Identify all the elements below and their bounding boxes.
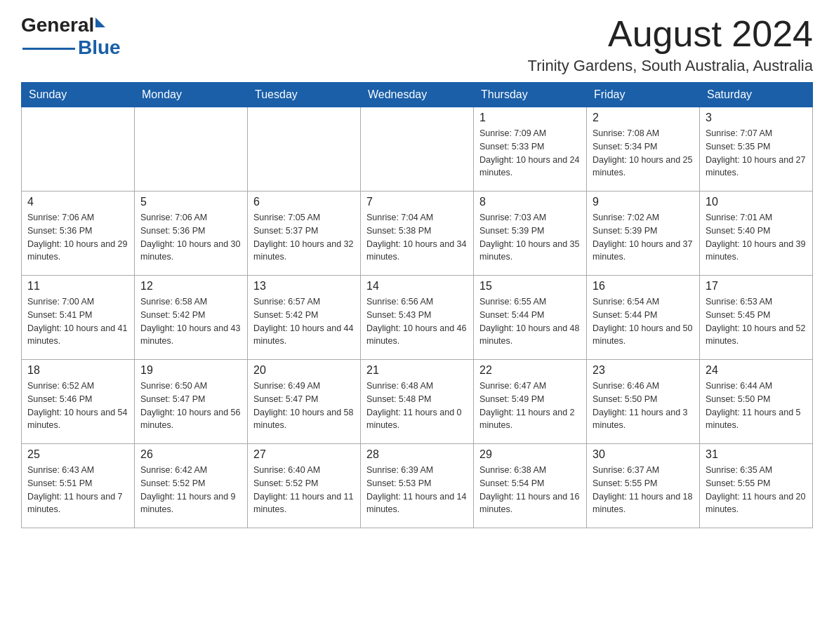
day-number: 12 bbox=[140, 280, 241, 293]
calendar-week-row: 18Sunrise: 6:52 AMSunset: 5:46 PMDayligh… bbox=[22, 360, 813, 444]
calendar-cell: 15Sunrise: 6:55 AMSunset: 5:44 PMDayligh… bbox=[474, 276, 587, 360]
day-info: Sunrise: 6:58 AMSunset: 5:42 PMDaylight:… bbox=[140, 295, 241, 348]
weekday-header-row: SundayMondayTuesdayWednesdayThursdayFrid… bbox=[22, 83, 813, 107]
logo: General Blue bbox=[21, 14, 121, 59]
day-number: 4 bbox=[27, 196, 128, 208]
calendar-cell: 5Sunrise: 7:06 AMSunset: 5:36 PMDaylight… bbox=[135, 192, 248, 276]
day-number: 24 bbox=[706, 364, 807, 377]
day-number: 15 bbox=[479, 280, 581, 293]
calendar-cell: 16Sunrise: 6:54 AMSunset: 5:44 PMDayligh… bbox=[587, 276, 700, 360]
day-info: Sunrise: 6:53 AMSunset: 5:45 PMDaylight:… bbox=[706, 295, 807, 348]
calendar-week-row: 25Sunrise: 6:43 AMSunset: 5:51 PMDayligh… bbox=[22, 444, 813, 528]
calendar-cell: 11Sunrise: 7:00 AMSunset: 5:41 PMDayligh… bbox=[22, 276, 135, 360]
day-number: 8 bbox=[479, 196, 581, 208]
calendar-cell: 2Sunrise: 7:08 AMSunset: 5:34 PMDaylight… bbox=[587, 107, 700, 192]
calendar-cell: 7Sunrise: 7:04 AMSunset: 5:38 PMDaylight… bbox=[361, 192, 474, 276]
day-info: Sunrise: 6:39 AMSunset: 5:53 PMDaylight:… bbox=[366, 464, 468, 516]
day-info: Sunrise: 6:56 AMSunset: 5:43 PMDaylight:… bbox=[366, 295, 468, 348]
day-info: Sunrise: 6:52 AMSunset: 5:46 PMDaylight:… bbox=[27, 380, 128, 432]
calendar-cell: 17Sunrise: 6:53 AMSunset: 5:45 PMDayligh… bbox=[700, 276, 813, 360]
calendar-cell: 30Sunrise: 6:37 AMSunset: 5:55 PMDayligh… bbox=[587, 444, 700, 528]
day-info: Sunrise: 7:08 AMSunset: 5:34 PMDaylight:… bbox=[593, 127, 694, 180]
logo-general: General bbox=[21, 14, 94, 36]
page-header: General Blue August 2024 Trinity Gardens… bbox=[21, 14, 813, 75]
calendar-cell: 4Sunrise: 7:06 AMSunset: 5:36 PMDaylight… bbox=[22, 192, 135, 276]
calendar-week-row: 1Sunrise: 7:09 AMSunset: 5:33 PMDaylight… bbox=[22, 107, 813, 192]
day-info: Sunrise: 6:46 AMSunset: 5:50 PMDaylight:… bbox=[593, 380, 694, 432]
day-info: Sunrise: 6:50 AMSunset: 5:47 PMDaylight:… bbox=[140, 380, 241, 432]
logo-triangle-icon bbox=[95, 18, 105, 27]
month-year-title: August 2024 bbox=[528, 14, 813, 54]
day-number: 21 bbox=[366, 364, 468, 377]
day-number: 3 bbox=[706, 112, 807, 124]
day-info: Sunrise: 6:37 AMSunset: 5:55 PMDaylight:… bbox=[593, 464, 694, 516]
day-number: 27 bbox=[253, 448, 355, 461]
day-info: Sunrise: 7:00 AMSunset: 5:41 PMDaylight:… bbox=[27, 295, 128, 348]
day-info: Sunrise: 7:06 AMSunset: 5:36 PMDaylight:… bbox=[140, 211, 241, 264]
calendar-cell: 21Sunrise: 6:48 AMSunset: 5:48 PMDayligh… bbox=[361, 360, 474, 444]
calendar-cell: 28Sunrise: 6:39 AMSunset: 5:53 PMDayligh… bbox=[361, 444, 474, 528]
day-info: Sunrise: 6:40 AMSunset: 5:52 PMDaylight:… bbox=[253, 464, 355, 516]
calendar-cell: 29Sunrise: 6:38 AMSunset: 5:54 PMDayligh… bbox=[474, 444, 587, 528]
day-info: Sunrise: 6:57 AMSunset: 5:42 PMDaylight:… bbox=[253, 295, 355, 348]
day-number: 25 bbox=[27, 448, 128, 461]
calendar-cell bbox=[22, 107, 135, 192]
title-section: August 2024 Trinity Gardens, South Austr… bbox=[528, 14, 813, 75]
day-number: 14 bbox=[366, 280, 468, 293]
weekday-header-saturday: Saturday bbox=[700, 83, 813, 107]
calendar-week-row: 4Sunrise: 7:06 AMSunset: 5:36 PMDaylight… bbox=[22, 192, 813, 276]
day-number: 31 bbox=[706, 448, 807, 461]
day-number: 11 bbox=[27, 280, 128, 293]
calendar-cell bbox=[135, 107, 248, 192]
calendar-cell: 19Sunrise: 6:50 AMSunset: 5:47 PMDayligh… bbox=[135, 360, 248, 444]
day-number: 20 bbox=[253, 364, 355, 377]
calendar-cell: 26Sunrise: 6:42 AMSunset: 5:52 PMDayligh… bbox=[135, 444, 248, 528]
day-number: 9 bbox=[593, 196, 694, 208]
weekday-header-thursday: Thursday bbox=[474, 83, 587, 107]
day-number: 29 bbox=[479, 448, 581, 461]
weekday-header-monday: Monday bbox=[135, 83, 248, 107]
day-info: Sunrise: 7:07 AMSunset: 5:35 PMDaylight:… bbox=[706, 127, 807, 180]
calendar-cell: 31Sunrise: 6:35 AMSunset: 5:55 PMDayligh… bbox=[700, 444, 813, 528]
day-info: Sunrise: 6:38 AMSunset: 5:54 PMDaylight:… bbox=[479, 464, 581, 516]
weekday-header-sunday: Sunday bbox=[22, 83, 135, 107]
calendar-cell: 25Sunrise: 6:43 AMSunset: 5:51 PMDayligh… bbox=[22, 444, 135, 528]
calendar-cell: 18Sunrise: 6:52 AMSunset: 5:46 PMDayligh… bbox=[22, 360, 135, 444]
day-info: Sunrise: 6:44 AMSunset: 5:50 PMDaylight:… bbox=[706, 380, 807, 432]
weekday-header-wednesday: Wednesday bbox=[361, 83, 474, 107]
calendar-cell: 8Sunrise: 7:03 AMSunset: 5:39 PMDaylight… bbox=[474, 192, 587, 276]
calendar-cell: 14Sunrise: 6:56 AMSunset: 5:43 PMDayligh… bbox=[361, 276, 474, 360]
day-info: Sunrise: 7:06 AMSunset: 5:36 PMDaylight:… bbox=[27, 211, 128, 264]
calendar-cell: 27Sunrise: 6:40 AMSunset: 5:52 PMDayligh… bbox=[248, 444, 361, 528]
calendar-cell: 20Sunrise: 6:49 AMSunset: 5:47 PMDayligh… bbox=[248, 360, 361, 444]
calendar-week-row: 11Sunrise: 7:00 AMSunset: 5:41 PMDayligh… bbox=[22, 276, 813, 360]
calendar-cell: 13Sunrise: 6:57 AMSunset: 5:42 PMDayligh… bbox=[248, 276, 361, 360]
day-info: Sunrise: 6:54 AMSunset: 5:44 PMDaylight:… bbox=[593, 295, 694, 348]
weekday-header-friday: Friday bbox=[587, 83, 700, 107]
day-number: 17 bbox=[706, 280, 807, 293]
day-info: Sunrise: 7:02 AMSunset: 5:39 PMDaylight:… bbox=[593, 211, 694, 264]
day-info: Sunrise: 6:47 AMSunset: 5:49 PMDaylight:… bbox=[479, 380, 581, 432]
day-info: Sunrise: 6:48 AMSunset: 5:48 PMDaylight:… bbox=[366, 380, 468, 432]
calendar-cell: 10Sunrise: 7:01 AMSunset: 5:40 PMDayligh… bbox=[700, 192, 813, 276]
day-info: Sunrise: 7:04 AMSunset: 5:38 PMDaylight:… bbox=[366, 211, 468, 264]
calendar-cell: 23Sunrise: 6:46 AMSunset: 5:50 PMDayligh… bbox=[587, 360, 700, 444]
day-info: Sunrise: 6:43 AMSunset: 5:51 PMDaylight:… bbox=[27, 464, 128, 516]
day-number: 16 bbox=[593, 280, 694, 293]
day-number: 26 bbox=[140, 448, 241, 461]
day-info: Sunrise: 6:42 AMSunset: 5:52 PMDaylight:… bbox=[140, 464, 241, 516]
calendar-cell: 24Sunrise: 6:44 AMSunset: 5:50 PMDayligh… bbox=[700, 360, 813, 444]
day-number: 2 bbox=[593, 112, 694, 124]
calendar-cell: 9Sunrise: 7:02 AMSunset: 5:39 PMDaylight… bbox=[587, 192, 700, 276]
day-number: 7 bbox=[366, 196, 468, 208]
calendar-cell: 12Sunrise: 6:58 AMSunset: 5:42 PMDayligh… bbox=[135, 276, 248, 360]
calendar-cell: 1Sunrise: 7:09 AMSunset: 5:33 PMDaylight… bbox=[474, 107, 587, 192]
day-info: Sunrise: 6:35 AMSunset: 5:55 PMDaylight:… bbox=[706, 464, 807, 516]
day-number: 18 bbox=[27, 364, 128, 377]
calendar-table: SundayMondayTuesdayWednesdayThursdayFrid… bbox=[21, 82, 813, 528]
day-info: Sunrise: 6:55 AMSunset: 5:44 PMDaylight:… bbox=[479, 295, 581, 348]
day-info: Sunrise: 7:09 AMSunset: 5:33 PMDaylight:… bbox=[479, 127, 581, 180]
day-info: Sunrise: 7:05 AMSunset: 5:37 PMDaylight:… bbox=[253, 211, 355, 264]
logo-blue: Blue bbox=[78, 36, 121, 59]
day-number: 28 bbox=[366, 448, 468, 461]
